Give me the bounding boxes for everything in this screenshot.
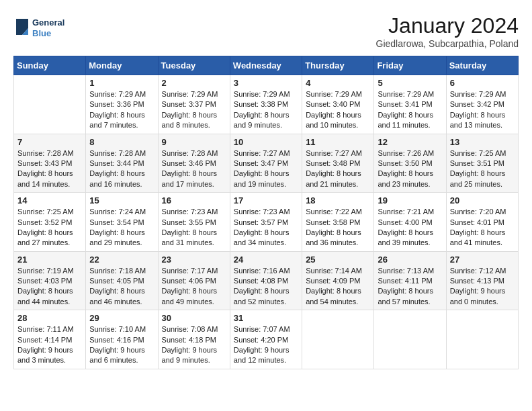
day-number: 22 [89,255,154,265]
cell-info: Sunrise: 7:26 AMSunset: 3:50 PMDaylight:… [378,148,442,190]
header-day-tuesday: Tuesday [158,56,230,75]
calendar-cell: 26Sunrise: 7:13 AMSunset: 4:11 PMDayligh… [374,251,446,310]
calendar-cell: 9Sunrise: 7:28 AMSunset: 3:46 PMDaylight… [158,134,230,193]
header-day-monday: Monday [86,56,158,75]
cell-info: Sunrise: 7:27 AMSunset: 3:48 PMDaylight:… [306,148,370,190]
calendar-cell: 12Sunrise: 7:26 AMSunset: 3:50 PMDayligh… [374,134,446,193]
cell-info: Sunrise: 7:12 AMSunset: 4:13 PMDaylight:… [450,266,515,308]
calendar-cell: 7Sunrise: 7:28 AMSunset: 3:43 PMDaylight… [14,134,86,193]
day-number: 2 [162,78,226,88]
calendar-cell: 29Sunrise: 7:10 AMSunset: 4:16 PMDayligh… [86,310,158,369]
week-row-3: 21Sunrise: 7:19 AMSunset: 4:03 PMDayligh… [14,251,519,310]
day-number: 21 [17,255,82,265]
calendar-cell [14,75,86,134]
day-number: 15 [89,195,154,205]
calendar-cell: 19Sunrise: 7:21 AMSunset: 4:00 PMDayligh… [374,193,446,252]
header-row: SundayMondayTuesdayWednesdayThursdayFrid… [14,56,519,75]
cell-info: Sunrise: 7:25 AMSunset: 3:52 PMDaylight:… [17,207,82,248]
day-number: 24 [234,255,298,265]
cell-info: Sunrise: 7:24 AMSunset: 3:54 PMDaylight:… [89,207,154,248]
calendar-cell: 13Sunrise: 7:25 AMSunset: 3:51 PMDayligh… [446,134,518,193]
cell-info: Sunrise: 7:28 AMSunset: 3:43 PMDaylight:… [17,148,82,190]
calendar-cell: 20Sunrise: 7:20 AMSunset: 4:01 PMDayligh… [446,193,518,252]
calendar-cell: 28Sunrise: 7:11 AMSunset: 4:14 PMDayligh… [14,310,86,369]
day-number: 10 [234,137,298,147]
header-day-sunday: Sunday [14,56,86,75]
calendar-cell: 21Sunrise: 7:19 AMSunset: 4:03 PMDayligh… [14,251,86,310]
cell-info: Sunrise: 7:13 AMSunset: 4:11 PMDaylight:… [378,266,442,308]
calendar-cell: 8Sunrise: 7:28 AMSunset: 3:44 PMDaylight… [86,134,158,193]
day-number: 4 [306,78,370,88]
day-number: 12 [378,137,442,147]
cell-info: Sunrise: 7:29 AMSunset: 3:41 PMDaylight:… [378,89,442,131]
week-row-0: 1Sunrise: 7:29 AMSunset: 3:36 PMDaylight… [14,75,519,134]
calendar-cell: 2Sunrise: 7:29 AMSunset: 3:37 PMDaylight… [158,75,230,134]
day-number: 3 [234,78,298,88]
cell-info: Sunrise: 7:08 AMSunset: 4:18 PMDaylight:… [162,324,226,366]
cell-info: Sunrise: 7:23 AMSunset: 3:57 PMDaylight:… [234,207,298,248]
calendar-cell [374,310,446,369]
calendar-cell [446,310,518,369]
cell-info: Sunrise: 7:10 AMSunset: 4:16 PMDaylight:… [89,324,154,366]
day-number: 13 [450,137,515,147]
day-number: 8 [89,137,154,147]
calendar-cell: 10Sunrise: 7:27 AMSunset: 3:47 PMDayligh… [230,134,302,193]
calendar-cell: 3Sunrise: 7:29 AMSunset: 3:38 PMDaylight… [230,75,302,134]
day-number: 28 [17,313,82,323]
header-day-friday: Friday [374,56,446,75]
day-number: 26 [378,255,442,265]
day-number: 11 [306,137,370,147]
calendar-cell: 27Sunrise: 7:12 AMSunset: 4:13 PMDayligh… [446,251,518,310]
day-number: 6 [450,78,515,88]
cell-info: Sunrise: 7:17 AMSunset: 4:06 PMDaylight:… [162,266,226,308]
cell-info: Sunrise: 7:22 AMSunset: 3:58 PMDaylight:… [306,207,370,248]
svg-text:General: General [32,17,64,28]
calendar-cell: 22Sunrise: 7:18 AMSunset: 4:05 PMDayligh… [86,251,158,310]
logo: General Blue [13,13,74,42]
day-number: 14 [17,195,82,205]
cell-info: Sunrise: 7:29 AMSunset: 3:38 PMDaylight:… [234,89,298,131]
day-number: 20 [450,195,515,205]
cell-info: Sunrise: 7:07 AMSunset: 4:20 PMDaylight:… [234,324,298,366]
cell-info: Sunrise: 7:21 AMSunset: 4:00 PMDaylight:… [378,207,442,248]
calendar-cell: 25Sunrise: 7:14 AMSunset: 4:09 PMDayligh… [302,251,374,310]
header-day-saturday: Saturday [446,56,518,75]
logo-svg: General Blue [13,13,74,42]
week-row-2: 14Sunrise: 7:25 AMSunset: 3:52 PMDayligh… [14,193,519,252]
calendar-table: SundayMondayTuesdayWednesdayThursdayFrid… [13,56,519,369]
day-number: 7 [17,137,82,147]
cell-info: Sunrise: 7:19 AMSunset: 4:03 PMDaylight:… [17,266,82,308]
cell-info: Sunrise: 7:27 AMSunset: 3:47 PMDaylight:… [234,148,298,190]
cell-info: Sunrise: 7:28 AMSunset: 3:46 PMDaylight:… [162,148,226,190]
day-number: 1 [89,78,154,88]
calendar-cell: 5Sunrise: 7:29 AMSunset: 3:41 PMDaylight… [374,75,446,134]
cell-info: Sunrise: 7:14 AMSunset: 4:09 PMDaylight:… [306,266,370,308]
cell-info: Sunrise: 7:28 AMSunset: 3:44 PMDaylight:… [89,148,154,190]
svg-text:Blue: Blue [32,28,51,38]
day-number: 25 [306,255,370,265]
day-number: 23 [162,255,226,265]
calendar-cell: 16Sunrise: 7:23 AMSunset: 3:55 PMDayligh… [158,193,230,252]
day-number: 18 [306,195,370,205]
calendar-cell: 24Sunrise: 7:16 AMSunset: 4:08 PMDayligh… [230,251,302,310]
cell-info: Sunrise: 7:29 AMSunset: 3:36 PMDaylight:… [89,89,154,131]
title-area: January 2024 Giedlarowa, Subcarpathia, P… [376,13,519,49]
day-number: 31 [234,313,298,323]
day-number: 17 [234,195,298,205]
calendar-cell: 1Sunrise: 7:29 AMSunset: 3:36 PMDaylight… [86,75,158,134]
calendar-cell [302,310,374,369]
day-number: 30 [162,313,226,323]
cell-info: Sunrise: 7:29 AMSunset: 3:42 PMDaylight:… [450,89,515,131]
calendar-cell: 4Sunrise: 7:29 AMSunset: 3:40 PMDaylight… [302,75,374,134]
day-number: 5 [378,78,442,88]
day-number: 29 [89,313,154,323]
cell-info: Sunrise: 7:29 AMSunset: 3:37 PMDaylight:… [162,89,226,131]
cell-info: Sunrise: 7:11 AMSunset: 4:14 PMDaylight:… [17,324,82,366]
header: General Blue January 2024 Giedlarowa, Su… [13,13,519,49]
calendar-cell: 30Sunrise: 7:08 AMSunset: 4:18 PMDayligh… [158,310,230,369]
calendar-cell: 14Sunrise: 7:25 AMSunset: 3:52 PMDayligh… [14,193,86,252]
cell-info: Sunrise: 7:25 AMSunset: 3:51 PMDaylight:… [450,148,515,190]
day-number: 9 [162,137,226,147]
calendar-cell: 6Sunrise: 7:29 AMSunset: 3:42 PMDaylight… [446,75,518,134]
header-day-thursday: Thursday [302,56,374,75]
